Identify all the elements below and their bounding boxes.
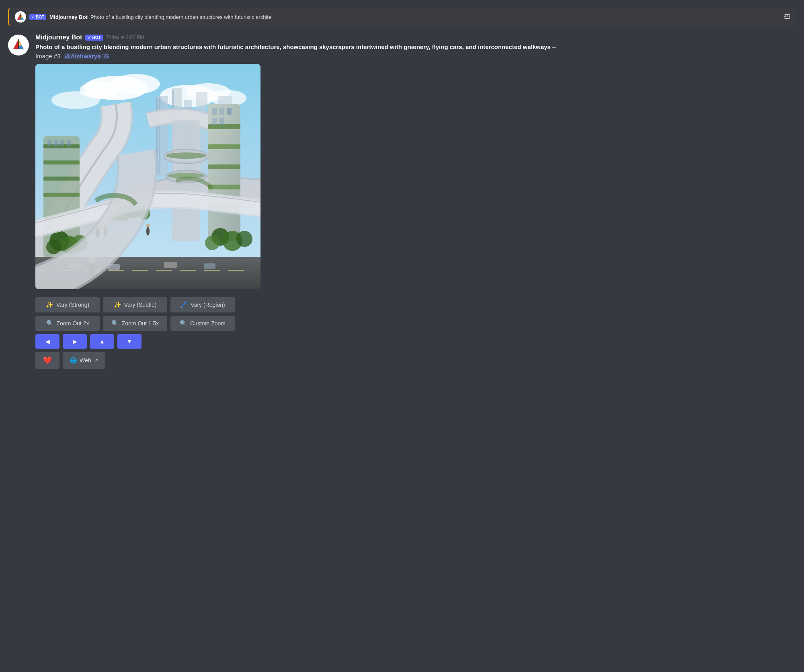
svg-rect-31 xyxy=(208,164,240,169)
vary-region-icon: 🖊️ xyxy=(180,301,188,308)
buttons-area: ✨ Vary (Strong) ✨ Vary (Subtle) 🖊️ Vary … xyxy=(35,297,796,369)
external-link-icon: ↗ xyxy=(94,358,98,363)
svg-point-88 xyxy=(146,224,150,228)
image-label: Image #3 xyxy=(35,53,61,60)
vary-strong-button[interactable]: ✨ Vary (Strong) xyxy=(35,297,100,312)
svg-rect-41 xyxy=(43,160,80,164)
bot-name: Midjourney Bot xyxy=(35,34,82,41)
message-header: Midjourney Bot ✓ BOT Today at 2:02 PM xyxy=(35,34,796,41)
svg-rect-75 xyxy=(156,270,172,271)
arrow-down-button[interactable]: ▼ xyxy=(117,334,142,349)
misc-buttons-row: ❤️ 🌐 Web ↗ xyxy=(35,352,796,369)
notification-avatar xyxy=(15,11,26,23)
svg-marker-1 xyxy=(17,13,21,19)
generated-image xyxy=(35,64,260,289)
zoom-out-1-5x-label: Zoom Out 1.5x xyxy=(122,320,159,327)
svg-point-57 xyxy=(46,240,61,254)
svg-rect-30 xyxy=(208,144,240,149)
bot-avatar xyxy=(8,35,29,55)
custom-zoom-label: Custom Zoom xyxy=(190,320,226,327)
custom-zoom-icon: 🔍 xyxy=(180,320,187,327)
vary-strong-icon: ✨ xyxy=(46,301,53,308)
arrow-buttons-row: ◀ ▶ ▲ ▼ xyxy=(35,334,796,349)
svg-point-87 xyxy=(146,227,150,236)
svg-rect-38 xyxy=(219,118,224,125)
bot-badge-label: BOT xyxy=(92,35,100,40)
arrow-up-button[interactable]: ▲ xyxy=(90,334,114,349)
svg-rect-73 xyxy=(108,270,124,271)
chat-container: ✓ BOT Midjourney Bot Photo of a bustling… xyxy=(0,0,804,378)
timestamp: Today at 2:02 PM xyxy=(107,35,144,40)
arrow-left-icon: ◀ xyxy=(45,338,50,345)
notification-sender: Midjourney Bot xyxy=(49,14,88,20)
heart-icon: ❤️ xyxy=(43,356,52,365)
svg-point-53 xyxy=(166,152,206,159)
notification-bot-badge: ✓ BOT xyxy=(29,14,46,20)
image-container xyxy=(35,64,260,289)
vary-strong-label: Vary (Strong) xyxy=(56,302,89,308)
web-icon: 🌐 xyxy=(70,357,77,364)
bot-badge: ✓ BOT xyxy=(85,35,103,41)
message-content: Midjourney Bot ✓ BOT Today at 2:02 PM Ph… xyxy=(35,34,796,369)
svg-rect-37 xyxy=(212,118,217,125)
svg-point-17 xyxy=(51,91,100,109)
heart-button[interactable]: ❤️ xyxy=(35,352,59,369)
svg-rect-46 xyxy=(60,140,64,146)
vary-buttons-row: ✨ Vary (Strong) ✨ Vary (Subtle) 🖊️ Vary … xyxy=(35,297,796,312)
web-label: Web xyxy=(80,357,91,364)
web-button[interactable]: 🌐 Web ↗ xyxy=(63,352,105,369)
svg-rect-47 xyxy=(67,140,71,146)
notification-text: Midjourney Bot Photo of a bustling city … xyxy=(49,14,781,20)
message-prompt: Photo of a bustling city blending modern… xyxy=(35,43,796,61)
zoom-out-2x-button[interactable]: 🔍 Zoom Out 2x xyxy=(35,316,100,331)
svg-rect-81 xyxy=(164,262,177,268)
svg-rect-36 xyxy=(227,108,232,115)
svg-rect-45 xyxy=(54,140,58,146)
svg-rect-76 xyxy=(180,270,196,271)
arrow-right-button[interactable]: ▶ xyxy=(63,334,87,349)
svg-point-62 xyxy=(205,236,219,250)
bot-check: ✓ xyxy=(88,35,91,40)
message-row: Midjourney Bot ✓ BOT Today at 2:02 PM Ph… xyxy=(0,32,804,370)
svg-rect-35 xyxy=(219,108,224,115)
svg-rect-77 xyxy=(204,270,220,271)
vary-subtle-icon: ✨ xyxy=(114,301,121,308)
vary-subtle-button[interactable]: ✨ Vary (Subtle) xyxy=(103,297,167,312)
svg-rect-78 xyxy=(228,270,244,271)
arrow-left-button[interactable]: ◀ xyxy=(35,334,59,349)
zoom-out-1-5x-icon: 🔍 xyxy=(111,320,119,327)
zoom-out-2x-icon: 🔍 xyxy=(46,320,54,327)
arrow-right-icon: ▶ xyxy=(73,338,77,345)
notification-prompt: Photo of a bustling city blending modern… xyxy=(90,14,271,20)
custom-zoom-button[interactable]: 🔍 Custom Zoom xyxy=(170,316,235,331)
vary-subtle-label: Vary (Subtle) xyxy=(124,302,157,308)
svg-point-61 xyxy=(236,231,252,247)
arrow-up-icon: ▲ xyxy=(99,338,105,345)
notification-image-icon: 🖼 xyxy=(784,13,790,21)
svg-rect-34 xyxy=(212,108,217,115)
svg-rect-74 xyxy=(132,270,148,271)
zoom-out-1-5x-button[interactable]: 🔍 Zoom Out 1.5x xyxy=(103,316,167,331)
svg-rect-44 xyxy=(47,140,51,146)
svg-rect-18 xyxy=(156,96,168,177)
zoom-out-2x-label: Zoom Out 2x xyxy=(57,320,89,327)
svg-rect-82 xyxy=(204,263,215,269)
notification-bar: ✓ BOT Midjourney Bot Photo of a bustling… xyxy=(8,8,796,26)
prompt-bold: Photo of a bustling city blending modern… xyxy=(35,43,551,50)
vary-region-label: Vary (Region) xyxy=(191,302,225,308)
arrow-down-icon: ▼ xyxy=(127,338,132,345)
svg-rect-43 xyxy=(43,193,80,197)
zoom-buttons-row: 🔍 Zoom Out 2x 🔍 Zoom Out 1.5x 🔍 Custom Z… xyxy=(35,316,796,331)
svg-rect-42 xyxy=(43,177,80,181)
svg-rect-29 xyxy=(208,124,240,129)
user-mention: @Aishwarya_G xyxy=(64,53,110,60)
vary-region-button[interactable]: 🖊️ Vary (Region) xyxy=(170,297,235,312)
